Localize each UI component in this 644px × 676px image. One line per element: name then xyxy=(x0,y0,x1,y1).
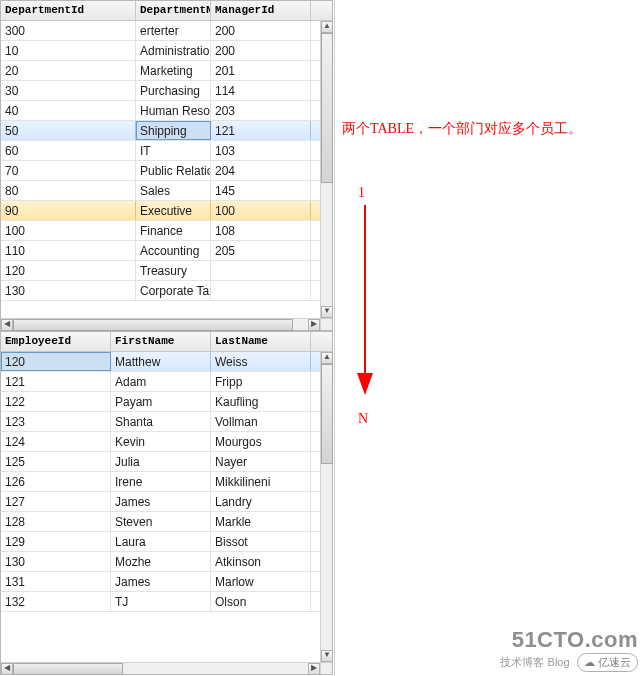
cell-firstname[interactable]: TJ xyxy=(111,592,211,611)
table-row[interactable]: 30Purchasing114 xyxy=(1,81,320,101)
cell-firstname[interactable]: Payam xyxy=(111,392,211,411)
cell-departmentname[interactable]: Corporate Tax xyxy=(136,281,211,300)
col-header-managerid[interactable]: ManagerId xyxy=(211,1,311,20)
table-row[interactable]: 121AdamFripp xyxy=(1,372,320,392)
scroll-down-icon[interactable]: ▼ xyxy=(321,306,333,318)
col-header-employeeid[interactable]: EmployeeId xyxy=(1,332,111,351)
table-row[interactable]: 60IT103 xyxy=(1,141,320,161)
cell-firstname[interactable]: Irene xyxy=(111,472,211,491)
cell-employeeid[interactable]: 121 xyxy=(1,372,111,391)
cell-employeeid[interactable]: 125 xyxy=(1,452,111,471)
scroll-left-icon[interactable]: ◀ xyxy=(1,663,13,675)
table-row[interactable]: 128StevenMarkle xyxy=(1,512,320,532)
cell-departmentname[interactable]: Purchasing xyxy=(136,81,211,100)
table-row[interactable]: 130Corporate Tax xyxy=(1,281,320,301)
table-row[interactable]: 100Finance108 xyxy=(1,221,320,241)
table-row[interactable]: 124KevinMourgos xyxy=(1,432,320,452)
employees-hscroll[interactable]: ◀ ▶ xyxy=(1,662,320,674)
cell-lastname[interactable]: Nayer xyxy=(211,452,311,471)
cell-firstname[interactable]: James xyxy=(111,572,211,591)
cell-managerid[interactable]: 108 xyxy=(211,221,311,240)
cell-lastname[interactable]: Marlow xyxy=(211,572,311,591)
table-row[interactable]: 125JuliaNayer xyxy=(1,452,320,472)
col-header-departmentname[interactable]: DepartmentName xyxy=(136,1,211,20)
table-row[interactable]: 20Marketing201 xyxy=(1,61,320,81)
cell-firstname[interactable]: Matthew xyxy=(111,352,211,371)
cell-departmentid[interactable]: 130 xyxy=(1,281,136,300)
cell-departmentid[interactable]: 20 xyxy=(1,61,136,80)
employees-body[interactable]: 120MatthewWeiss121AdamFripp122PayamKaufl… xyxy=(1,352,320,662)
cell-departmentid[interactable]: 30 xyxy=(1,81,136,100)
cell-departmentname[interactable]: Shipping xyxy=(136,121,211,140)
scroll-left-icon[interactable]: ◀ xyxy=(1,319,13,331)
cell-departmentid[interactable]: 50 xyxy=(1,121,136,140)
cell-managerid[interactable]: 145 xyxy=(211,181,311,200)
cell-employeeid[interactable]: 127 xyxy=(1,492,111,511)
cell-managerid[interactable]: 114 xyxy=(211,81,311,100)
table-row[interactable]: 90Executive100 xyxy=(1,201,320,221)
table-row[interactable]: 132TJOlson xyxy=(1,592,320,612)
table-row[interactable]: 131JamesMarlow xyxy=(1,572,320,592)
table-row[interactable]: 70Public Relations204 xyxy=(1,161,320,181)
scroll-thumb[interactable] xyxy=(13,663,123,675)
cell-managerid[interactable]: 121 xyxy=(211,121,311,140)
cell-departmentid[interactable]: 100 xyxy=(1,221,136,240)
cell-departmentname[interactable]: Executive xyxy=(136,201,211,220)
scroll-right-icon[interactable]: ▶ xyxy=(308,663,320,675)
cell-managerid[interactable]: 200 xyxy=(211,41,311,60)
cell-departmentid[interactable]: 120 xyxy=(1,261,136,280)
cell-firstname[interactable]: Mozhe xyxy=(111,552,211,571)
cell-employeeid[interactable]: 128 xyxy=(1,512,111,531)
cell-managerid[interactable]: 200 xyxy=(211,21,311,40)
scroll-thumb[interactable] xyxy=(321,33,333,183)
table-row[interactable]: 10Administration200 xyxy=(1,41,320,61)
cell-departmentname[interactable]: Finance xyxy=(136,221,211,240)
cell-lastname[interactable]: Landry xyxy=(211,492,311,511)
cell-departmentname[interactable]: erterter xyxy=(136,21,211,40)
cell-managerid[interactable]: 103 xyxy=(211,141,311,160)
cell-departmentid[interactable]: 60 xyxy=(1,141,136,160)
cell-departmentname[interactable]: Public Relations xyxy=(136,161,211,180)
cell-employeeid[interactable]: 132 xyxy=(1,592,111,611)
cell-lastname[interactable]: Bissot xyxy=(211,532,311,551)
departments-vscroll[interactable]: ▲ ▼ xyxy=(320,21,332,318)
cell-departmentname[interactable]: Treasury xyxy=(136,261,211,280)
cell-managerid[interactable]: 203 xyxy=(211,101,311,120)
cell-departmentid[interactable]: 110 xyxy=(1,241,136,260)
cell-departmentid[interactable]: 80 xyxy=(1,181,136,200)
table-row[interactable]: 129LauraBissot xyxy=(1,532,320,552)
cell-departmentname[interactable]: Human Resourc xyxy=(136,101,211,120)
cell-lastname[interactable]: Mourgos xyxy=(211,432,311,451)
cell-managerid[interactable] xyxy=(211,281,311,300)
table-row[interactable]: 80Sales145 xyxy=(1,181,320,201)
employees-vscroll[interactable]: ▲ ▼ xyxy=(320,352,332,662)
cell-managerid[interactable]: 100 xyxy=(211,201,311,220)
table-row[interactable]: 300erterter200 xyxy=(1,21,320,41)
cell-firstname[interactable]: Steven xyxy=(111,512,211,531)
cell-departmentname[interactable]: Administration xyxy=(136,41,211,60)
cell-employeeid[interactable]: 122 xyxy=(1,392,111,411)
cell-employeeid[interactable]: 120 xyxy=(1,352,111,371)
cell-lastname[interactable]: Markle xyxy=(211,512,311,531)
cell-firstname[interactable]: Julia xyxy=(111,452,211,471)
cell-managerid[interactable] xyxy=(211,261,311,280)
cell-firstname[interactable]: James xyxy=(111,492,211,511)
cell-employeeid[interactable]: 126 xyxy=(1,472,111,491)
cell-lastname[interactable]: Atkinson xyxy=(211,552,311,571)
cell-managerid[interactable]: 201 xyxy=(211,61,311,80)
cell-lastname[interactable]: Olson xyxy=(211,592,311,611)
cell-departmentid[interactable]: 40 xyxy=(1,101,136,120)
cell-lastname[interactable]: Vollman xyxy=(211,412,311,431)
cell-lastname[interactable]: Fripp xyxy=(211,372,311,391)
scroll-thumb[interactable] xyxy=(321,364,333,464)
scroll-thumb[interactable] xyxy=(13,319,293,331)
cell-departmentname[interactable]: IT xyxy=(136,141,211,160)
cell-departmentname[interactable]: Accounting xyxy=(136,241,211,260)
table-row[interactable]: 126IreneMikkilineni xyxy=(1,472,320,492)
scroll-down-icon[interactable]: ▼ xyxy=(321,650,333,662)
scroll-right-icon[interactable]: ▶ xyxy=(308,319,320,331)
table-row[interactable]: 122PayamKaufling xyxy=(1,392,320,412)
cell-lastname[interactable]: Kaufling xyxy=(211,392,311,411)
cell-departmentname[interactable]: Sales xyxy=(136,181,211,200)
cell-departmentid[interactable]: 70 xyxy=(1,161,136,180)
